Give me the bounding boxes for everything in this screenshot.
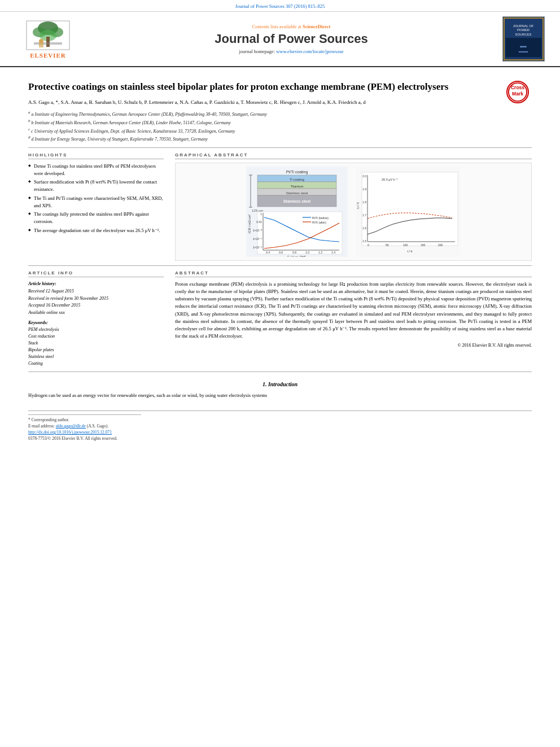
- highlight-item-3: The Ti and Pt/Ti coatings were character…: [28, 195, 164, 209]
- highlights-list: Dense Ti coatings for stainless steel BP…: [28, 163, 164, 234]
- main-content: Protective coatings on stainless steel b…: [0, 67, 560, 448]
- svg-text:Mark: Mark: [512, 91, 523, 97]
- svg-text:Stainless steel: Stainless steel: [283, 199, 311, 203]
- svg-text:F / V vs. RHE: F / V vs. RHE: [287, 255, 307, 257]
- header-left: ELSEVIER: [11, 20, 85, 59]
- highlight-item-5: The average degradation rate of the elec…: [28, 227, 164, 234]
- journal-header: ELSEVIER Contents lists available at Sci…: [0, 12, 560, 67]
- affiliation-d: d d Institute for Energy Storage, Univer…: [28, 134, 532, 143]
- keywords-label: Keywords:: [28, 320, 164, 325]
- intro-col-left: Hydrogen can be used as an energy vector…: [28, 392, 274, 399]
- info-abstract-section: ARTICLE INFO Article history: Received 1…: [28, 270, 532, 367]
- svg-text:ICR / mΩ cm²: ICR / mΩ cm²: [248, 214, 251, 233]
- svg-text:Ti coating: Ti coating: [290, 178, 304, 181]
- crossmark-badge: Cross Mark: [506, 81, 532, 106]
- available-online: Available online xxx: [28, 309, 164, 317]
- graphical-abstract-label: GRAPHICAL ABSTRACT: [175, 152, 532, 159]
- email-line: E-mail address: aldo.gago@dlr.de (A.S. G…: [28, 423, 532, 429]
- article-history: Article history: Received 12 August 2015…: [28, 281, 164, 317]
- svg-text:2.0: 2.0: [362, 174, 366, 178]
- svg-text:100: 100: [403, 243, 408, 247]
- svg-point-7: [39, 39, 43, 43]
- revised-date: Received in revised form 30 November 201…: [28, 295, 164, 303]
- journal-homepage: journal homepage: www.elsevier.com/locat…: [90, 49, 492, 54]
- copyright-notice: © 2016 Elsevier B.V. All rights reserved…: [175, 342, 532, 349]
- abstract-text: Proton exchange membrane (PEM) electroly…: [175, 281, 532, 350]
- crossmark-icon: Cross Mark: [506, 81, 529, 103]
- svg-text:1: 1: [260, 212, 262, 216]
- keyword-3: Stack: [28, 340, 164, 347]
- svg-rect-55: [362, 172, 458, 246]
- svg-text:0.8: 0.8: [292, 251, 296, 254]
- highlights-label: HIGHLIGHTS: [28, 152, 164, 159]
- doi-link[interactable]: http://dx.doi.org/10.1016/j.jpowsour.201…: [28, 430, 112, 435]
- affiliation-a: a a Institute of Engineering Thermodynam…: [28, 110, 532, 118]
- svg-text:1.2: 1.2: [318, 251, 322, 254]
- affiliation-b: b b Institute of Materials Research, Ger…: [28, 118, 532, 126]
- svg-rect-6: [34, 42, 62, 45]
- svg-text:1.8: 1.8: [362, 200, 366, 204]
- abstract-section: ABSTRACT Proton exchange membrane (PEM) …: [175, 270, 532, 367]
- highlights-section: HIGHLIGHTS Dense Ti coatings for stainle…: [28, 152, 164, 261]
- svg-text:POWER: POWER: [517, 28, 529, 32]
- svg-text:1.4: 1.4: [331, 251, 335, 254]
- article-title-container: Protective coatings on stainless steel b…: [28, 81, 532, 94]
- graphical-abstract-section: GRAPHICAL ABSTRACT Pt/Ti coating Ti coat…: [175, 152, 532, 261]
- issn-line: 0378-7753/© 2016 Elsevier B.V. All right…: [28, 436, 532, 441]
- article-info-section: ARTICLE INFO Article history: Received 1…: [28, 270, 164, 367]
- graphical-abstract-image: Pt/Ti coating Ti coating Titanium Stainl…: [175, 163, 532, 261]
- email-link[interactable]: aldo.gago@dlr.de: [56, 423, 86, 429]
- journal-reference: Journal of Power Sources 307 (2016) 815–…: [0, 0, 560, 12]
- elsevier-logo: ELSEVIER: [25, 20, 71, 59]
- svg-text:U / V: U / V: [356, 202, 360, 209]
- svg-text:1.5: 1.5: [362, 239, 366, 243]
- doi-line: http://dx.doi.org/10.1016/j.jpowsour.201…: [28, 430, 532, 435]
- elsevier-tree-icon: [25, 20, 71, 51]
- introduction-title: 1. Introduction: [28, 381, 532, 387]
- keyword-4: Bipolar plates: [28, 347, 164, 353]
- header-center: Contents lists available at ScienceDirec…: [90, 24, 492, 54]
- accepted-date: Accepted 16 December 2015: [28, 302, 164, 309]
- svg-text:1×10⁻⁸: 1×10⁻⁸: [253, 246, 262, 249]
- svg-text:t / h: t / h: [407, 250, 412, 253]
- svg-text:Stainless steel: Stainless steel: [286, 191, 308, 195]
- highlight-item-4: The coatings fully protected the stainle…: [28, 211, 164, 225]
- svg-text:200: 200: [438, 243, 443, 247]
- sciencedirect-notice: Contents lists available at ScienceDirec…: [90, 24, 492, 29]
- svg-text:JOURNAL OF: JOURNAL OF: [513, 24, 533, 28]
- svg-text:SOURCES: SOURCES: [515, 33, 531, 36]
- svg-text:0.6: 0.6: [279, 251, 283, 254]
- keyword-2: Cost reduction: [28, 333, 164, 340]
- svg-text:26.5 μV h⁻¹: 26.5 μV h⁻¹: [382, 178, 398, 181]
- svg-text:150: 150: [421, 243, 426, 247]
- svg-text:0: 0: [368, 243, 369, 247]
- graphical-abstract-svg: Pt/Ti coating Ti coating Titanium Stainl…: [179, 167, 528, 257]
- svg-text:50: 50: [386, 243, 389, 247]
- svg-text:Cross: Cross: [511, 85, 524, 90]
- divider-1: [28, 147, 532, 148]
- footer: * Corresponding author. E-mail address: …: [28, 410, 532, 441]
- homepage-link[interactable]: www.elsevier.com/locate/jpowsour: [276, 49, 343, 54]
- svg-text:1.0: 1.0: [305, 251, 309, 254]
- header-right: JOURNAL OF POWER SOURCES ■■■■ ■■■■■■■: [498, 16, 549, 62]
- history-label: Article history:: [28, 281, 164, 288]
- keyword-6: Coating: [28, 360, 164, 367]
- introduction-columns: Hydrogen can be used as an energy vector…: [28, 392, 532, 399]
- svg-text:Pt/Ti (before): Pt/Ti (before): [312, 216, 329, 220]
- affiliation-c: c c University of Applied Sciences Essli…: [28, 126, 532, 135]
- intro-col-right: [286, 392, 532, 399]
- keyword-5: Stainless steel: [28, 353, 164, 360]
- journal-title: Journal of Power Sources: [90, 32, 492, 46]
- article-info-label: ARTICLE INFO: [28, 270, 164, 277]
- svg-text:1.7: 1.7: [362, 213, 366, 217]
- svg-text:■■■■■■■: ■■■■■■■: [518, 51, 528, 53]
- svg-text:1.9: 1.9: [362, 187, 366, 191]
- elsevier-label: ELSEVIER: [30, 52, 66, 59]
- svg-text:Pt/Ti (after): Pt/Ti (after): [312, 221, 326, 224]
- svg-text:1×10⁻⁶: 1×10⁻⁶: [253, 237, 262, 241]
- keyword-1: PEM electrolysis: [28, 326, 164, 333]
- abstract-label: ABSTRACT: [175, 270, 532, 277]
- svg-rect-5: [46, 37, 50, 47]
- svg-rect-8: [39, 43, 43, 47]
- highlight-item-1: Dense Ti coatings for stainless steel BP…: [28, 163, 164, 177]
